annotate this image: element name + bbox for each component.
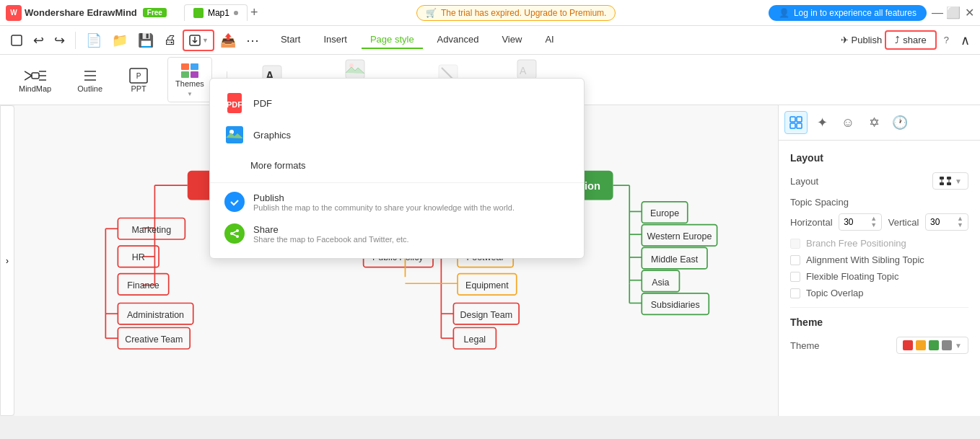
shield-tab-icon[interactable]: ✡	[862, 111, 885, 134]
login-text: Log in to experience all features	[794, 8, 916, 18]
alignment-sibling-checkbox[interactable]	[790, 255, 800, 265]
more-formats-item[interactable]: More formats	[210, 151, 584, 179]
svg-text:Subsidiaries: Subsidiaries	[651, 300, 700, 310]
export-button[interactable]: ▼	[183, 30, 214, 51]
svg-rect-110	[947, 177, 951, 179]
tab-modified-dot	[234, 11, 238, 15]
more-button[interactable]: ⋯	[242, 30, 263, 51]
collapse-ribbon-button[interactable]: ∧	[956, 30, 974, 51]
map-tab-icon	[193, 8, 204, 18]
layout-select[interactable]: ▼	[932, 172, 968, 190]
theme-row: Theme ▼	[790, 337, 968, 354]
horizontal-value: 30	[844, 217, 853, 227]
horizontal-label: Horizontal	[790, 217, 833, 228]
pdf-item[interactable]: PDF PDF	[210, 87, 584, 119]
nav-start[interactable]: Start	[272, 31, 309, 49]
panel-tabs: ✦ ☺ ✡ 🕐	[779, 105, 980, 141]
svg-rect-109	[940, 177, 944, 179]
publish-title: Publish	[253, 192, 515, 203]
svg-line-4	[25, 76, 32, 80]
theme-preview	[903, 340, 952, 350]
theme-chevron: ▼	[955, 342, 962, 350]
theme-select[interactable]: ▼	[896, 337, 968, 354]
share-item[interactable]: Share Share the map to Facebook and Twit…	[210, 218, 584, 249]
panel-collapse-button[interactable]: ›	[0, 105, 14, 416]
nav-ai[interactable]: AI	[536, 31, 562, 49]
svg-rect-111	[940, 182, 944, 185]
flexible-floating-label: Flexible Floating Topic	[806, 271, 898, 282]
map1-tab[interactable]: Map1	[184, 4, 248, 21]
themes-tool[interactable]: Themes ▼	[167, 57, 212, 102]
close-button[interactable]: ✕	[964, 8, 974, 18]
theme-label: Theme	[790, 340, 819, 351]
svg-text:Middle East: Middle East	[651, 254, 699, 265]
share-button[interactable]: ⤴ share	[885, 30, 937, 50]
svg-text:Administration: Administration	[127, 310, 184, 320]
maximize-button[interactable]: ⬜	[948, 8, 958, 18]
clock-tab-icon[interactable]: 🕐	[888, 111, 911, 134]
horizontal-spinner[interactable]: ▲ ▼	[870, 216, 877, 229]
emoji-tab-icon[interactable]: ☺	[836, 111, 859, 134]
help-button[interactable]: ?	[940, 32, 953, 48]
vertical-input[interactable]: 30 ▲ ▼	[925, 213, 968, 231]
themes-label: Themes	[175, 79, 204, 88]
vertical-spinner[interactable]: ▲ ▼	[957, 216, 963, 229]
menu-bar: ↩ ↪ 📄 📁 💾 🖨 ▼ 📤 ⋯ Start Insert Page styl…	[0, 26, 980, 55]
pdf-label: PDF	[253, 98, 272, 109]
nav-pagestyle[interactable]: Page style	[362, 31, 423, 49]
publish-item[interactable]: Publish Publish the map to the community…	[210, 186, 584, 218]
layout-section-title: Layout	[790, 152, 968, 164]
svg-text:Asia: Asia	[652, 278, 669, 288]
horizontal-down[interactable]: ▼	[870, 222, 877, 229]
undo-button[interactable]: ↩	[29, 30, 48, 51]
horizontal-input[interactable]: 30 ▲ ▼	[839, 213, 882, 231]
layout-tab-icon[interactable]	[784, 111, 808, 134]
redo-button[interactable]: ↪	[50, 30, 69, 51]
nav-advanced[interactable]: Advanced	[429, 31, 488, 49]
ppt-tool[interactable]: P PPT	[121, 63, 156, 97]
home-button[interactable]	[6, 31, 27, 50]
branch-free-checkbox	[790, 239, 800, 249]
right-panel: ✦ ☺ ✡ 🕐 Layout Layout ▼	[778, 105, 980, 416]
flexible-floating-row: Flexible Floating Topic	[790, 271, 968, 282]
svg-text:Legal: Legal	[464, 334, 486, 345]
layout-tree-icon	[939, 176, 952, 186]
open-button[interactable]: 📁	[108, 30, 132, 51]
nav-view[interactable]: View	[493, 31, 530, 49]
publish-button[interactable]: ✈ Publish	[841, 35, 883, 45]
save-button[interactable]: 💾	[134, 30, 158, 51]
graphics-item[interactable]: Graphics	[210, 119, 584, 151]
watermark-icon: A	[516, 58, 538, 80]
ai-tab-icon[interactable]: ✦	[810, 111, 834, 134]
share-export-button[interactable]: 📤	[216, 30, 240, 51]
svg-line-123	[232, 234, 237, 236]
publish-content: Publish Publish the map to the community…	[253, 192, 515, 212]
share-desc: Share the map to Facebook and Twitter, e…	[253, 235, 409, 244]
svg-rect-108	[797, 123, 802, 128]
svg-rect-107	[790, 123, 795, 128]
ppt-icon: P	[128, 67, 149, 84]
outline-tool[interactable]: Outline	[70, 63, 110, 97]
share-label: share	[903, 35, 927, 45]
window-controls: — ⬜ ✕	[932, 8, 974, 18]
add-tab-button[interactable]: +	[250, 5, 258, 20]
login-button[interactable]: 👤 Log in to experience all features	[769, 5, 927, 21]
branch-free-label: Branch Free Positioning	[806, 238, 906, 249]
new-button[interactable]: 📄	[82, 30, 106, 51]
topic-overlap-label: Topic Overlap	[806, 288, 863, 298]
mindmap-tool[interactable]: MindMap	[12, 63, 58, 97]
vertical-down[interactable]: ▼	[957, 222, 963, 229]
print-button[interactable]: 🖨	[159, 30, 181, 50]
svg-rect-15	[181, 71, 189, 78]
mindmap-label: MindMap	[19, 84, 51, 93]
svg-rect-2	[32, 73, 39, 79]
more-formats-label: More formats	[250, 160, 306, 171]
nav-insert[interactable]: Insert	[315, 31, 356, 49]
themes-icon	[180, 62, 200, 79]
outline-label: Outline	[77, 84, 102, 93]
minimize-button[interactable]: —	[932, 8, 942, 18]
svg-rect-112	[947, 182, 951, 185]
flexible-floating-checkbox[interactable]	[790, 272, 800, 282]
topic-overlap-checkbox[interactable]	[790, 288, 800, 298]
branch-free-row: Branch Free Positioning	[790, 238, 968, 249]
